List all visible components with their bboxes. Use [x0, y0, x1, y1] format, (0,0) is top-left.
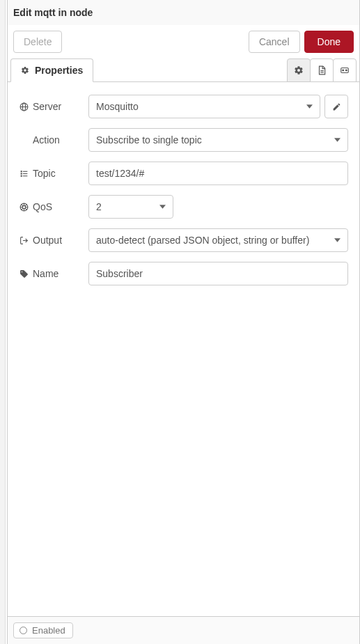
svg-rect-10	[20, 173, 22, 174]
circle-icon	[19, 627, 27, 634]
panel-footer: Enabled	[8, 616, 359, 644]
server-select[interactable]: Mosquitto	[88, 95, 320, 118]
qos-label-text: QoS	[33, 201, 52, 212]
panel-header: Edit mqtt in node	[8, 0, 359, 25]
tab-properties[interactable]: Properties	[10, 58, 93, 82]
svg-line-22	[21, 208, 22, 210]
enabled-label: Enabled	[32, 625, 65, 636]
gear-icon	[294, 65, 304, 75]
tag-icon	[19, 269, 29, 278]
server-label-text: Server	[33, 101, 61, 112]
appearance-icon	[340, 65, 350, 75]
svg-point-15	[22, 205, 25, 208]
output-select[interactable]: auto-detect (parsed JSON object, string …	[88, 228, 348, 252]
topic-input[interactable]	[88, 162, 348, 185]
action-label-text: Action	[33, 134, 60, 146]
svg-line-23	[25, 204, 26, 205]
panel-toolbar: Delete Cancel Done	[8, 25, 359, 58]
svg-point-4	[345, 70, 347, 71]
tab-properties-label: Properties	[35, 65, 83, 76]
topic-label: Topic	[19, 168, 88, 179]
svg-rect-13	[22, 175, 27, 176]
edit-server-config-button[interactable]	[324, 95, 348, 118]
action-label: Action	[19, 134, 88, 146]
delete-button[interactable]: Delete	[13, 31, 62, 53]
done-button[interactable]: Done	[304, 31, 354, 53]
globe-icon	[19, 102, 29, 111]
empire-icon	[19, 203, 29, 212]
output-label: Output	[19, 235, 88, 246]
row-server: Server Mosquitto	[19, 95, 348, 118]
tab-node-description[interactable]	[310, 58, 334, 82]
resize-handle[interactable]	[0, 0, 6, 644]
cancel-button[interactable]: Cancel	[249, 31, 300, 53]
svg-point-3	[343, 70, 344, 71]
svg-rect-8	[20, 171, 22, 172]
action-select[interactable]: Subscribe to single topic	[88, 128, 348, 152]
qos-select[interactable]: 2	[88, 195, 173, 219]
svg-rect-12	[20, 175, 22, 176]
svg-line-20	[21, 204, 22, 205]
row-qos: QoS 2	[19, 195, 348, 219]
edit-panel: Edit mqtt in node Delete Cancel Done Pro…	[7, 0, 360, 644]
tasks-icon	[19, 169, 29, 178]
tab-icon-group	[288, 58, 359, 81]
tab-node-appearance[interactable]	[333, 58, 357, 82]
row-name: Name	[19, 262, 348, 285]
topic-label-text: Topic	[33, 168, 56, 179]
svg-rect-9	[22, 171, 27, 171]
pencil-icon	[332, 102, 341, 111]
row-output: Output auto-detect (parsed JSON object, …	[19, 228, 348, 252]
svg-rect-11	[22, 173, 27, 173]
server-label: Server	[19, 101, 88, 112]
output-label-text: Output	[33, 235, 62, 246]
qos-label: QoS	[19, 201, 88, 212]
svg-line-21	[25, 208, 26, 210]
panel-title: Edit mqtt in node	[13, 7, 354, 18]
name-label: Name	[19, 268, 88, 279]
form-body: Server Mosquitto Action Subscribe to sin…	[8, 82, 359, 616]
tabs-row: Properties	[8, 58, 359, 82]
name-input[interactable]	[88, 262, 348, 285]
sign-out-icon	[19, 236, 29, 245]
toolbar-right: Cancel Done	[249, 31, 354, 53]
tab-node-settings[interactable]	[287, 58, 311, 82]
name-label-text: Name	[33, 268, 58, 279]
enabled-toggle[interactable]: Enabled	[13, 622, 73, 638]
document-icon	[317, 65, 327, 75]
row-action: Action Subscribe to single topic	[19, 128, 348, 152]
gear-icon	[21, 66, 29, 74]
row-topic: Topic	[19, 162, 348, 185]
